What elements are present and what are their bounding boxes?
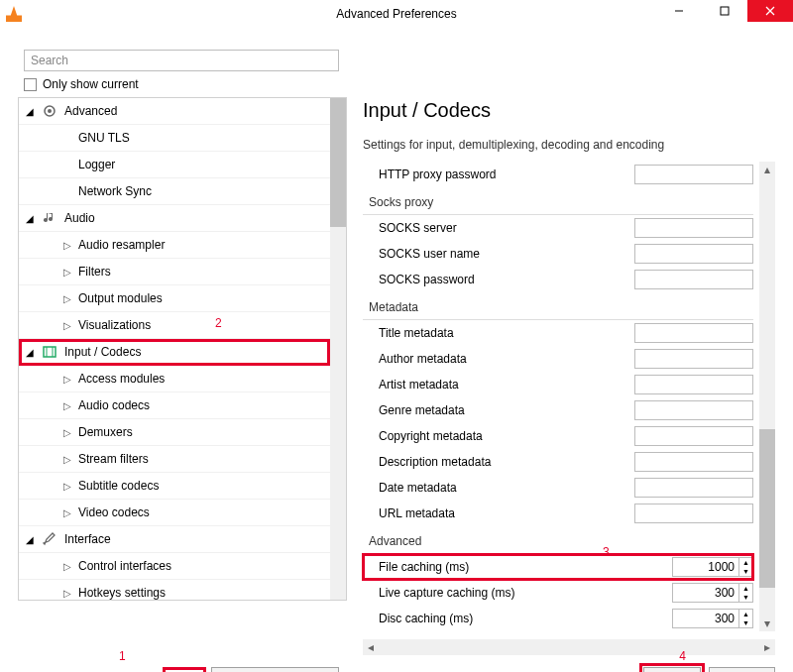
spin-down-icon[interactable]: ▼ xyxy=(739,567,752,576)
number-spinner[interactable]: 300▲▼ xyxy=(672,609,753,628)
expand-arrow-icon[interactable]: ▷ xyxy=(62,240,72,251)
reset-preferences-button[interactable]: Reset Preferences xyxy=(211,667,339,672)
expand-arrow-icon[interactable]: ▷ xyxy=(62,293,72,304)
only-show-current-checkbox[interactable] xyxy=(24,78,37,91)
setting-label: Description metadata xyxy=(363,455,611,469)
text-input[interactable] xyxy=(634,349,753,369)
spin-up-icon[interactable]: ▲ xyxy=(739,558,752,567)
tree-item-hotkeys-settings[interactable]: ▷Hotkeys settings xyxy=(19,580,330,600)
expand-arrow-icon[interactable]: ◢ xyxy=(25,534,35,545)
text-input[interactable] xyxy=(634,218,753,238)
tree-item-input-codecs[interactable]: ◢Input / Codecs xyxy=(19,339,330,366)
expand-arrow-icon[interactable]: ▷ xyxy=(62,588,72,599)
setting-row: Title metadata xyxy=(363,320,753,346)
text-input[interactable] xyxy=(634,323,753,343)
expand-arrow-icon[interactable]: ▷ xyxy=(62,561,72,572)
setting-row: SOCKS user name xyxy=(363,241,753,267)
expand-arrow-icon[interactable]: ▷ xyxy=(62,374,72,385)
tree-item-label: Subtitle codecs xyxy=(78,479,159,493)
tree-item-output-modules[interactable]: ▷Output modules xyxy=(19,285,330,312)
tree-item-label: Filters xyxy=(78,265,111,279)
search-input[interactable]: Search xyxy=(24,50,339,71)
svg-rect-1 xyxy=(721,7,729,15)
expand-arrow-icon[interactable]: ▷ xyxy=(62,427,72,438)
setting-label: Author metadata xyxy=(363,352,611,366)
tree-item-network-sync[interactable]: Network Sync xyxy=(19,178,330,205)
setting-label: Title metadata xyxy=(363,326,611,340)
tree-item-label: Logger xyxy=(78,158,115,171)
text-input[interactable] xyxy=(634,478,753,498)
expand-arrow-icon[interactable]: ▷ xyxy=(62,400,72,411)
save-button[interactable]: Save xyxy=(643,667,700,672)
note-icon xyxy=(41,209,58,227)
text-input[interactable] xyxy=(634,504,753,523)
tree-item-audio-resampler[interactable]: ▷Audio resampler xyxy=(19,232,330,259)
tree-item-video-codecs[interactable]: ▷Video codecs xyxy=(19,500,330,526)
text-input[interactable] xyxy=(634,270,753,289)
spin-up-icon[interactable]: ▲ xyxy=(739,610,752,618)
expand-arrow-icon[interactable]: ▷ xyxy=(62,320,72,331)
tree-item-interface[interactable]: ◢Interface xyxy=(19,526,330,553)
text-input[interactable] xyxy=(634,400,753,420)
expand-arrow-icon[interactable]: ▷ xyxy=(62,481,72,492)
tree-item-control-interfaces[interactable]: ▷Control interfaces xyxy=(19,553,330,580)
tree-item-label: Demuxers xyxy=(78,425,133,439)
tree-item-gnu-tls[interactable]: GNU TLS xyxy=(19,125,330,152)
setting-label: HTTP proxy password xyxy=(363,168,611,181)
annotation-1: 1 xyxy=(119,649,126,663)
text-input[interactable] xyxy=(634,426,753,446)
tree-item-demuxers[interactable]: ▷Demuxers xyxy=(19,419,330,446)
vlc-cone-icon xyxy=(6,6,22,22)
expand-arrow-icon[interactable]: ◢ xyxy=(25,213,35,224)
setting-label: SOCKS user name xyxy=(363,247,611,261)
setting-row: Author metadata xyxy=(363,346,753,372)
preferences-tree[interactable]: ◢AdvancedGNU TLSLoggerNetwork Sync◢Audio… xyxy=(19,98,330,600)
setting-row: File caching (ms)1000▲▼ xyxy=(363,554,753,580)
expand-arrow-icon[interactable]: ▷ xyxy=(62,507,72,518)
setting-label: File caching (ms) xyxy=(363,560,611,574)
horizontal-scrollbar[interactable]: ◂▸ xyxy=(363,639,775,655)
cancel-button[interactable]: Cancel xyxy=(709,667,775,672)
tree-item-subtitle-codecs[interactable]: ▷Subtitle codecs xyxy=(19,473,330,500)
text-input[interactable] xyxy=(634,165,753,184)
expand-arrow-icon[interactable]: ◢ xyxy=(25,347,35,358)
page-title: Input / Codecs xyxy=(363,99,775,122)
setting-label: Live capture caching (ms) xyxy=(363,586,611,600)
text-input[interactable] xyxy=(634,375,753,394)
page-subtitle: Settings for input, demultiplexing, deco… xyxy=(363,138,775,152)
tree-scrollbar[interactable] xyxy=(330,98,346,600)
close-button[interactable] xyxy=(747,0,793,22)
text-input[interactable] xyxy=(634,244,753,264)
setting-row: Date metadata xyxy=(363,475,753,501)
spin-down-icon[interactable]: ▼ xyxy=(739,618,752,627)
film-icon xyxy=(41,343,58,361)
tree-item-label: Advanced xyxy=(64,104,117,118)
svg-rect-6 xyxy=(44,347,56,357)
spin-down-icon[interactable]: ▼ xyxy=(739,593,752,602)
number-spinner[interactable]: 1000▲▼ xyxy=(672,557,753,577)
expand-arrow-icon[interactable]: ▷ xyxy=(62,454,72,465)
setting-label: Copyright metadata xyxy=(363,429,611,443)
tree-item-access-modules[interactable]: ▷Access modules xyxy=(19,366,330,392)
svg-point-5 xyxy=(48,109,52,113)
tree-item-audio[interactable]: ◢Audio xyxy=(19,205,330,232)
tree-item-filters[interactable]: ▷Filters xyxy=(19,259,330,285)
tree-item-stream-filters[interactable]: ▷Stream filters xyxy=(19,446,330,473)
expand-arrow-icon[interactable]: ◢ xyxy=(25,106,35,117)
spin-up-icon[interactable]: ▲ xyxy=(739,584,752,593)
number-spinner[interactable]: 300▲▼ xyxy=(672,583,753,603)
setting-label: SOCKS password xyxy=(363,273,611,286)
tree-item-logger[interactable]: Logger xyxy=(19,152,330,178)
only-show-current-label: Only show current xyxy=(43,77,139,91)
minimize-button[interactable] xyxy=(656,0,702,22)
expand-arrow-icon[interactable]: ▷ xyxy=(62,267,72,278)
tree-item-visualizations[interactable]: ▷Visualizations xyxy=(19,312,330,339)
settings-scrollbar[interactable]: ▴ ▾ xyxy=(759,162,775,631)
setting-label: Disc caching (ms) xyxy=(363,612,611,625)
text-input[interactable] xyxy=(634,452,753,472)
maximize-button[interactable] xyxy=(702,0,747,22)
setting-label: URL metadata xyxy=(363,506,611,520)
setting-row: HTTP proxy password xyxy=(363,162,753,187)
tree-item-audio-codecs[interactable]: ▷Audio codecs xyxy=(19,392,330,419)
tree-item-advanced[interactable]: ◢Advanced xyxy=(19,98,330,125)
